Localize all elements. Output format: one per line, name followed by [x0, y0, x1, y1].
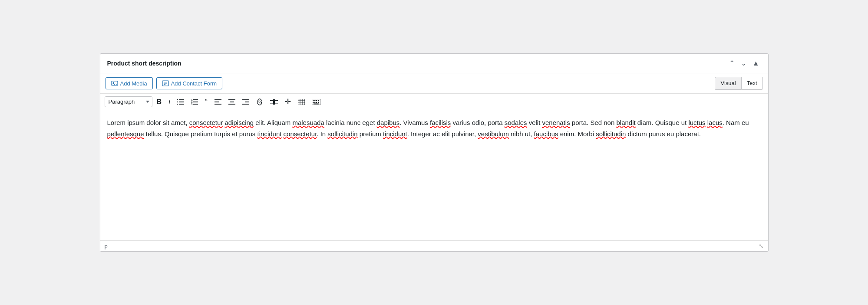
misspelled-word: venenatis	[542, 119, 570, 126]
text-view-button[interactable]: Text	[741, 77, 763, 90]
add-media-icon	[111, 80, 118, 87]
add-media-button[interactable]: Add Media	[106, 77, 153, 89]
blockquote-button[interactable]: “	[202, 96, 210, 107]
misspelled-word: tincidunt	[257, 130, 282, 138]
align-right-icon	[242, 99, 249, 105]
svg-rect-30	[298, 99, 305, 105]
align-left-button[interactable]	[212, 97, 224, 107]
misspelled-word: faucibus	[534, 130, 558, 138]
svg-rect-9	[179, 102, 184, 102]
misspelled-word: vestibulum	[478, 130, 509, 138]
editor-body-text[interactable]: Lorem ipsum dolor sit amet, consectetur …	[107, 117, 761, 139]
bold-button[interactable]: B	[154, 97, 165, 107]
ordered-list-button[interactable]: 1. 2. 3.	[188, 97, 201, 107]
misspelled-word: adipiscing	[224, 119, 254, 126]
svg-rect-13	[193, 99, 198, 100]
fullscreen-button[interactable]: ✛	[282, 96, 294, 107]
misspelled-word: sollicitudin	[327, 130, 357, 138]
panel-title: Product short description	[107, 60, 182, 67]
visual-view-button[interactable]: Visual	[715, 77, 741, 90]
svg-point-1	[112, 82, 113, 83]
header-controls: ⌃ ⌄ ▲	[727, 59, 761, 68]
svg-rect-38	[316, 100, 317, 101]
svg-rect-43	[318, 102, 319, 103]
misspelled-word: consectetur	[189, 119, 223, 126]
svg-rect-44	[314, 103, 319, 104]
resize-handle[interactable]: ⤡	[759, 243, 764, 249]
svg-rect-37	[314, 100, 316, 101]
misspelled-word: consectetur	[284, 130, 317, 138]
ul-icon	[177, 99, 184, 105]
editor-status-bar: p ⤡	[100, 240, 768, 251]
align-right-button[interactable]	[240, 97, 252, 107]
align-center-icon	[228, 99, 235, 105]
panel-header: Product short description ⌃ ⌄ ▲	[100, 54, 768, 73]
toolbar-right: Visual Text	[715, 77, 762, 90]
svg-rect-17	[193, 104, 198, 105]
editor-path: p	[105, 243, 108, 249]
svg-rect-19	[215, 102, 219, 102]
unordered-list-button[interactable]	[175, 97, 187, 107]
svg-rect-40	[313, 102, 314, 103]
misspelled-word: sollicitudin	[596, 130, 626, 138]
misspelled-word: malesuada	[292, 119, 324, 126]
svg-rect-26	[242, 104, 249, 105]
collapse-up-icon[interactable]: ⌃	[727, 59, 736, 68]
svg-rect-11	[179, 104, 184, 105]
editor-panel: Product short description ⌃ ⌄ ▲ Add Medi…	[100, 53, 769, 252]
add-contact-icon	[162, 80, 169, 87]
ol-icon: 1. 2. 3.	[191, 99, 198, 105]
svg-rect-42	[316, 102, 317, 103]
svg-rect-8	[177, 102, 178, 102]
table-button[interactable]	[295, 97, 307, 107]
svg-rect-41	[314, 102, 316, 103]
link-button[interactable]	[254, 97, 266, 107]
align-center-button[interactable]	[226, 97, 238, 107]
italic-button[interactable]: I	[166, 97, 173, 107]
svg-rect-23	[228, 104, 235, 105]
svg-rect-22	[230, 102, 234, 102]
hr-button[interactable]	[267, 98, 281, 106]
svg-rect-6	[177, 99, 178, 100]
svg-rect-7	[179, 99, 184, 100]
collapse-icon[interactable]: ▲	[751, 59, 761, 68]
svg-rect-15	[193, 102, 198, 102]
misspelled-word: luctus	[688, 119, 705, 126]
svg-rect-10	[177, 104, 178, 105]
table-icon	[298, 99, 305, 105]
svg-rect-24	[242, 99, 249, 100]
svg-rect-39	[318, 100, 319, 101]
misspelled-word: sodales	[505, 119, 527, 126]
misspelled-word: blandit	[616, 119, 635, 126]
svg-rect-29	[273, 99, 275, 105]
misspelled-word: tincidunt	[383, 130, 407, 138]
misspelled-word: facilisis	[430, 119, 451, 126]
paragraph-format-select[interactable]: Paragraph Heading 1 Heading 2 Heading 3 …	[105, 96, 152, 107]
misspelled-word: pellentesque	[107, 130, 144, 138]
misspelled-word: lacus	[707, 119, 723, 126]
misspelled-word: dapibus	[377, 119, 400, 126]
svg-text:3.: 3.	[191, 103, 193, 105]
align-left-icon	[215, 99, 221, 105]
svg-rect-20	[215, 104, 221, 105]
keyboard-button[interactable]	[309, 97, 323, 107]
toolbar-left: Add Media Add Contact Form	[106, 77, 223, 89]
link-icon	[256, 98, 263, 105]
svg-rect-25	[245, 102, 249, 102]
svg-rect-18	[215, 99, 221, 100]
keyboard-icon	[312, 99, 320, 105]
editor-content[interactable]: Lorem ipsum dolor sit amet, consectetur …	[100, 110, 768, 240]
collapse-down-icon[interactable]: ⌄	[739, 59, 748, 68]
svg-rect-36	[313, 100, 314, 101]
format-bar: Paragraph Heading 1 Heading 2 Heading 3 …	[100, 94, 768, 110]
hr-icon	[270, 99, 278, 105]
toolbar-row: Add Media Add Contact Form Visual Text	[100, 73, 768, 94]
svg-rect-21	[228, 99, 235, 100]
add-contact-form-button[interactable]: Add Contact Form	[156, 77, 223, 89]
